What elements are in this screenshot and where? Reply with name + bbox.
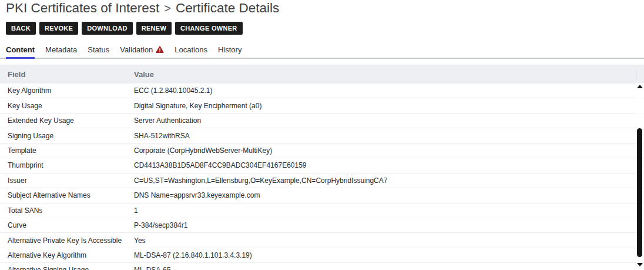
- table-row: Key Usage Digital Signature, Key Enciphe…: [0, 98, 644, 113]
- tab-metadata[interactable]: Metadata: [45, 41, 77, 59]
- toolbar: BACK REVOKE DOWNLOAD RENEW CHANGE OWNER: [6, 22, 644, 35]
- download-button[interactable]: DOWNLOAD: [82, 22, 132, 35]
- tab-bar: Content Metadata: [0, 41, 644, 59]
- table-row: Alternative Private Key Is Accessible Ye…: [0, 233, 644, 248]
- column-header-value: Value: [128, 70, 644, 79]
- value-cell: ML-DSA-65: [128, 266, 644, 270]
- table-row: Curve P-384/secp384r1: [0, 218, 644, 233]
- table-row: Alternative Key Algorithm ML-DSA-87 (2.1…: [0, 248, 644, 263]
- column-header-field: Field: [0, 70, 128, 79]
- tab-label: Locations: [175, 45, 207, 54]
- tab-history[interactable]: History: [218, 41, 242, 59]
- field-cell: Curve: [0, 221, 128, 229]
- field-cell: Template: [0, 146, 128, 155]
- renew-button[interactable]: RENEW: [136, 22, 172, 35]
- revoke-button[interactable]: REVOKE: [39, 22, 78, 35]
- tab-label: Status: [88, 45, 109, 54]
- value-cell: ECC (1.2.840.10045.2.1): [128, 86, 644, 95]
- scroll-up-button[interactable]: [637, 85, 643, 88]
- tab-status[interactable]: Status: [88, 41, 109, 59]
- scrollbar-thumb[interactable]: [637, 128, 642, 257]
- scroll-up-icon: [637, 85, 643, 88]
- page-title: Certificate Details: [176, 1, 279, 15]
- value-cell: C=US,ST=Washington,L=Ellensburg,O=KeyExa…: [128, 176, 644, 185]
- field-cell: Thumbprint: [0, 161, 128, 169]
- value-cell: ML-DSA-87 (2.16.840.1.101.3.4.3.19): [128, 251, 644, 259]
- value-cell: CD4413A38B1D5AD8F4CC9BADC304EF4167E60159: [128, 161, 644, 169]
- field-cell: Key Algorithm: [0, 86, 128, 95]
- table-body: Key Algorithm ECC (1.2.840.10045.2.1) Ke…: [0, 84, 644, 270]
- breadcrumb-separator-icon: >: [164, 2, 171, 15]
- scroll-down-button[interactable]: [637, 263, 643, 266]
- tab-label: Content: [6, 45, 35, 54]
- table-row: Signing Usage SHA-512withRSA: [0, 128, 644, 143]
- value-cell: Server Authentication: [128, 116, 644, 125]
- tab-content[interactable]: Content: [6, 41, 35, 59]
- value-cell: SHA-512withRSA: [128, 132, 644, 140]
- table-row: Issuer C=US,ST=Washington,L=Ellensburg,O…: [0, 174, 644, 188]
- field-cell: Alternative Key Algorithm: [0, 251, 128, 259]
- field-cell: Alternative Private Key Is Accessible: [0, 236, 128, 245]
- table-scrollbar[interactable]: [636, 83, 643, 269]
- breadcrumb-parent[interactable]: PKI Certificates of Interest: [6, 1, 159, 15]
- field-cell: Signing Usage: [0, 132, 128, 140]
- field-cell: Total SANs: [0, 206, 128, 215]
- scroll-down-icon: [637, 263, 643, 266]
- field-cell: Key Usage: [0, 102, 128, 110]
- breadcrumb: PKI Certificates of Interest>Certificate…: [0, 0, 644, 16]
- table-row: Extended Key Usage Server Authentication: [0, 114, 644, 128]
- validation-warning-icon: [156, 46, 164, 54]
- tab-label: Validation: [120, 45, 153, 54]
- table-row: Total SANs 1: [0, 204, 644, 218]
- value-cell: Yes: [128, 236, 644, 245]
- table-row: Key Algorithm ECC (1.2.840.10045.2.1): [0, 84, 644, 98]
- certificate-content-table: Field Value Key Algorithm ECC (1.2.840.1…: [0, 65, 644, 270]
- certificate-details-page: PKI Certificates of Interest>Certificate…: [0, 0, 644, 270]
- tab-locations[interactable]: Locations: [175, 41, 207, 59]
- field-cell: Alternative Signing Usage: [0, 266, 128, 270]
- value-cell: 1: [128, 206, 644, 215]
- table-row: Subject Alternative Names DNS Name=appsr…: [0, 188, 644, 203]
- change-owner-button[interactable]: CHANGE OWNER: [175, 22, 243, 35]
- tab-label: Metadata: [45, 45, 77, 54]
- field-cell: Extended Key Usage: [0, 116, 128, 125]
- tab-validation[interactable]: Validation: [120, 41, 164, 59]
- field-cell: Subject Alternative Names: [0, 191, 128, 199]
- value-cell: Corporate (CorpHybridWebServer-MultiKey): [128, 146, 644, 155]
- value-cell: Digital Signature, Key Encipherment (a0): [128, 102, 644, 110]
- table-row: Thumbprint CD4413A38B1D5AD8F4CC9BADC304E…: [0, 158, 644, 173]
- tab-label: History: [218, 45, 242, 54]
- value-cell: DNS Name=appsrvr33.keyexample.com: [128, 191, 644, 199]
- table-header: Field Value: [0, 65, 644, 84]
- table-row: Template Corporate (CorpHybridWebServer-…: [0, 144, 644, 158]
- back-button[interactable]: BACK: [6, 22, 36, 35]
- field-cell: Issuer: [0, 176, 128, 185]
- value-cell: P-384/secp384r1: [128, 221, 644, 229]
- table-row: Alternative Signing Usage ML-DSA-65: [0, 263, 644, 270]
